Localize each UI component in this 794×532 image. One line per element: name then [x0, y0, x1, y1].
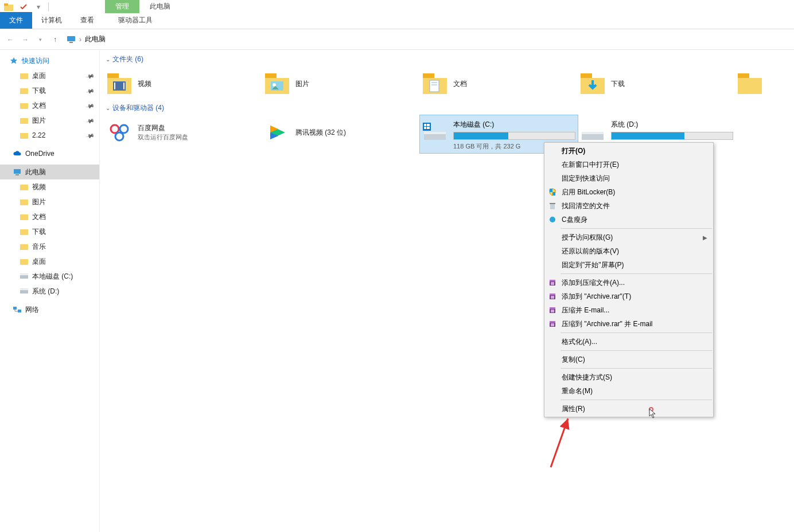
rar-icon — [548, 292, 557, 301]
sidebar-item-desktop2[interactable]: 桌面 — [0, 254, 99, 269]
dropdown-small-icon[interactable]: ▾ — [33, 2, 44, 12]
sidebar-item-downloads[interactable]: 下载 — [0, 83, 99, 98]
context-menu-item[interactable]: 在新窗口中打开(E) — [544, 158, 713, 171]
svg-rect-18 — [20, 273, 28, 275]
rar-icon — [548, 319, 557, 328]
context-menu-item[interactable]: 打开(O) — [544, 144, 713, 158]
svg-rect-17 — [20, 275, 28, 279]
ribbon-tab-file[interactable]: 文件 — [0, 12, 32, 29]
sidebar-item-222[interactable]: 2.22 — [0, 128, 99, 143]
breadcrumb-sep-icon: › — [79, 36, 81, 44]
sidebar-item-documents[interactable]: 文档 — [0, 98, 99, 113]
app-tile-tencent-video[interactable]: 腾讯视频 (32 位) — [262, 115, 420, 150]
svg-rect-4 — [20, 73, 28, 79]
context-menu-item[interactable]: 固定到快速访问 — [544, 171, 713, 185]
folder-icon — [20, 101, 29, 110]
sidebar-quick-access[interactable]: 快速访问 — [0, 53, 99, 68]
ribbon-tab-drive-tools[interactable]: 驱动器工具 — [109, 12, 162, 29]
svg-rect-10 — [15, 174, 19, 175]
drive-c-usage-bar — [453, 132, 575, 140]
folder-tile-documents[interactable]: 文档 — [420, 66, 578, 101]
nav-recent-dropdown-icon[interactable]: ▾ — [34, 34, 46, 45]
sidebar-item-documents2[interactable]: 文档 — [0, 209, 99, 224]
context-tab-manage[interactable]: 管理 — [105, 0, 139, 13]
context-menu-item[interactable]: 重命名(M) — [544, 384, 713, 398]
context-menu-item[interactable]: 还原以前的版本(V) — [544, 244, 713, 258]
sidebar-item-pictures2[interactable]: 图片 — [0, 194, 99, 209]
svg-rect-64 — [550, 321, 555, 323]
svg-rect-9 — [14, 169, 21, 174]
sidebar-item-desktop[interactable]: 桌面 — [0, 68, 99, 83]
group-folders-header[interactable]: ⌄ 文件夹 (6) — [104, 52, 789, 66]
submenu-arrow-icon: ▶ — [703, 234, 707, 241]
svg-point-43 — [115, 132, 123, 140]
context-menu-item-label: 重命名(M) — [562, 386, 593, 396]
group-devices-header[interactable]: ⌄ 设备和驱动器 (4) — [104, 101, 789, 115]
breadcrumb-location[interactable]: 此电脑 — [85, 34, 106, 44]
slim-icon — [548, 215, 557, 224]
nav-back-icon[interactable]: ← — [5, 34, 16, 45]
qat-divider — [48, 2, 49, 11]
rar-icon — [548, 306, 557, 315]
nav-up-icon[interactable]: ↑ — [49, 34, 61, 45]
svg-rect-14 — [20, 229, 28, 235]
baidu-netdisk-icon — [107, 120, 132, 145]
folder-icon — [20, 116, 29, 125]
svg-rect-40 — [738, 73, 749, 78]
svg-rect-16 — [20, 259, 28, 265]
context-menu-item[interactable]: 找回清空的文件 — [544, 199, 713, 213]
context-menu-item[interactable]: 压缩到 "Archive.rar" 并 E-mail — [544, 317, 713, 331]
folder-tile-pictures[interactable]: 图片 — [262, 66, 420, 101]
drive-icon — [20, 272, 29, 281]
sidebar-onedrive[interactable]: OneDrive — [0, 146, 99, 161]
context-menu-item[interactable]: 授予访问权限(G)▶ — [544, 230, 713, 244]
navigation-pane: 快速访问 桌面 下载 文档 图片 2.22 OneDrive 此电脑 视频 图片… — [0, 50, 100, 532]
context-menu-item-label: 创建快捷方式(S) — [562, 373, 612, 382]
recycle-icon — [548, 201, 557, 210]
context-menu-item[interactable]: 添加到压缩文件(A)... — [544, 276, 713, 290]
context-menu: 打开(O)在新窗口中打开(E)固定到快速访问启用 BitLocker(B)找回清… — [544, 142, 714, 417]
sidebar-item-drive-c[interactable]: 本地磁盘 (C:) — [0, 269, 99, 284]
sidebar-item-pictures[interactable]: 图片 — [0, 113, 99, 128]
svg-rect-22 — [18, 310, 21, 312]
ribbon-tab-view[interactable]: 查看 — [71, 12, 103, 29]
svg-rect-48 — [582, 132, 604, 134]
context-menu-item[interactable]: 复制(C) — [544, 353, 713, 366]
context-menu-item-label: 复制(C) — [562, 355, 585, 365]
sidebar-item-drive-d[interactable]: 系统 (D:) — [0, 284, 99, 299]
windows-drive-icon — [422, 120, 447, 145]
context-menu-separator — [561, 400, 712, 400]
breadcrumb[interactable]: › 此电脑 — [67, 34, 789, 44]
sidebar-network[interactable]: 网络 — [0, 302, 99, 317]
context-menu-item[interactable]: 压缩并 E-mail... — [544, 303, 713, 317]
context-menu-item-label: 固定到快速访问 — [562, 174, 610, 183]
sidebar-this-pc[interactable]: 此电脑 — [0, 165, 99, 179]
ribbon-tab-computer[interactable]: 计算机 — [32, 12, 71, 29]
context-menu-item[interactable]: 创建快捷方式(S) — [544, 370, 713, 384]
checkmark-icon[interactable] — [18, 2, 29, 12]
videos-folder-icon — [107, 71, 132, 96]
context-menu-item-label: 启用 BitLocker(B) — [562, 187, 615, 197]
context-menu-item[interactable]: 添加到 "Archive.rar"(T) — [544, 290, 713, 303]
app-tile-baidu[interactable]: 百度网盘双击运行百度网盘 — [104, 115, 262, 150]
network-icon — [13, 305, 22, 314]
sidebar-item-videos[interactable]: 视频 — [0, 179, 99, 194]
context-menu-item-label: 固定到"开始"屏幕(P) — [562, 260, 624, 270]
sidebar-item-music[interactable]: 音乐 — [0, 239, 99, 254]
context-menu-item[interactable]: 启用 BitLocker(B) — [544, 185, 713, 199]
address-bar: ← → ▾ ↑ › 此电脑 — [0, 29, 794, 50]
context-menu-item[interactable]: C盘瘦身 — [544, 213, 713, 226]
sidebar-item-downloads2[interactable]: 下载 — [0, 224, 99, 239]
folder-tile-downloads[interactable]: 下载 — [578, 66, 735, 101]
folder-tile-videos[interactable]: 视频 — [104, 66, 262, 101]
context-menu-item[interactable]: 固定到"开始"屏幕(P) — [544, 258, 713, 272]
folder-icon — [738, 71, 762, 96]
folder-icon — [20, 257, 29, 266]
context-menu-item-label: 压缩到 "Archive.rar" 并 E-mail — [562, 319, 653, 329]
folder-tile-partial[interactable] — [735, 66, 758, 101]
svg-rect-29 — [265, 73, 277, 78]
context-menu-item[interactable]: 格式化(A)... — [544, 335, 713, 349]
rar-icon — [548, 278, 557, 287]
sidebar-quick-access-label: 快速访问 — [22, 56, 49, 66]
chevron-down-icon: ⌄ — [106, 56, 110, 62]
